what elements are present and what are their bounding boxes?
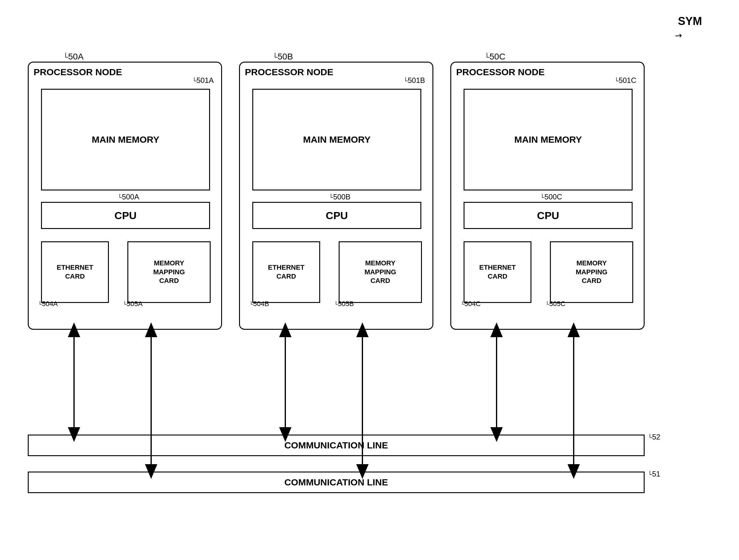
ethernet-b-sublabel: └504B	[249, 300, 269, 308]
node-b-outer-label: └50B	[272, 52, 293, 62]
cpu-c-label: CPU	[537, 210, 559, 222]
ethernet-card-b-label: ETHERNETCARD	[268, 263, 305, 281]
memory-a-sublabel: └500A	[118, 193, 139, 201]
comm-line-52: COMMUNICATION LINE	[28, 434, 644, 456]
processor-node-c: PROCESSOR NODE └501C MAIN MEMORY └500C C…	[450, 62, 644, 330]
memory-mapping-card-c-label: MEMORYMAPPINGCARD	[576, 259, 608, 286]
cpu-b-label: CPU	[326, 210, 348, 222]
cpu-a: CPU	[41, 202, 210, 229]
mapping-a-sublabel: └505A	[123, 300, 143, 308]
cpu-a-label: CPU	[115, 210, 137, 222]
node-a-sublabel: └501A	[192, 76, 214, 85]
sym-arrow: ↙	[673, 30, 685, 42]
main-memory-b-label: MAIN MEMORY	[303, 134, 371, 145]
main-memory-c: MAIN MEMORY	[464, 89, 632, 190]
comm-line-52-sublabel: └52	[648, 433, 660, 441]
node-c-title: PROCESSOR NODE	[456, 67, 545, 77]
main-memory-a: MAIN MEMORY	[41, 89, 210, 190]
memory-c-sublabel: └500C	[540, 193, 562, 201]
ethernet-card-a-label: ETHERNETCARD	[57, 263, 94, 281]
ethernet-card-c-label: ETHERNETCARD	[479, 263, 516, 281]
processor-node-b: PROCESSOR NODE └501B MAIN MEMORY └500B C…	[239, 62, 433, 330]
node-c-outer-label: └50C	[484, 52, 505, 62]
memory-mapping-card-b: MEMORYMAPPINGCARD	[339, 241, 422, 303]
sym-label: SYM	[678, 15, 702, 28]
comm-line-51-sublabel: └51	[648, 470, 660, 478]
node-c-sublabel: └501C	[614, 76, 636, 85]
diagram-container: SYM ↙ └50A └50B └50C PROCESSOR NODE └501…	[0, 0, 739, 560]
ethernet-card-a: ETHERNETCARD	[41, 241, 109, 303]
node-a-title: PROCESSOR NODE	[34, 67, 122, 77]
main-memory-a-label: MAIN MEMORY	[92, 134, 159, 145]
cpu-b: CPU	[252, 202, 421, 229]
node-a-outer-label: └50A	[63, 52, 84, 62]
ethernet-card-c: ETHERNETCARD	[464, 241, 532, 303]
main-memory-c-label: MAIN MEMORY	[514, 134, 582, 145]
comm-line-51: COMMUNICATION LINE	[28, 472, 644, 493]
memory-mapping-card-a: MEMORYMAPPINGCARD	[127, 241, 211, 303]
node-b-sublabel: └501B	[404, 76, 425, 85]
memory-mapping-card-c: MEMORYMAPPINGCARD	[550, 241, 633, 303]
memory-b-sublabel: └500B	[329, 193, 350, 201]
memory-mapping-card-a-label: MEMORYMAPPINGCARD	[153, 259, 185, 286]
ethernet-c-sublabel: └504C	[460, 300, 480, 308]
mapping-b-sublabel: └505B	[334, 300, 354, 308]
main-memory-b: MAIN MEMORY	[252, 89, 421, 190]
ethernet-a-sublabel: └504A	[38, 300, 58, 308]
ethernet-card-b: ETHERNETCARD	[252, 241, 320, 303]
node-b-title: PROCESSOR NODE	[245, 67, 333, 77]
cpu-c: CPU	[464, 202, 632, 229]
processor-node-a: PROCESSOR NODE └501A MAIN MEMORY └500A C…	[28, 62, 222, 330]
memory-mapping-card-b-label: MEMORYMAPPINGCARD	[364, 259, 396, 286]
comm-line-52-label: COMMUNICATION LINE	[284, 440, 388, 450]
comm-line-51-label: COMMUNICATION LINE	[284, 477, 388, 488]
mapping-c-sublabel: └505C	[545, 300, 565, 308]
